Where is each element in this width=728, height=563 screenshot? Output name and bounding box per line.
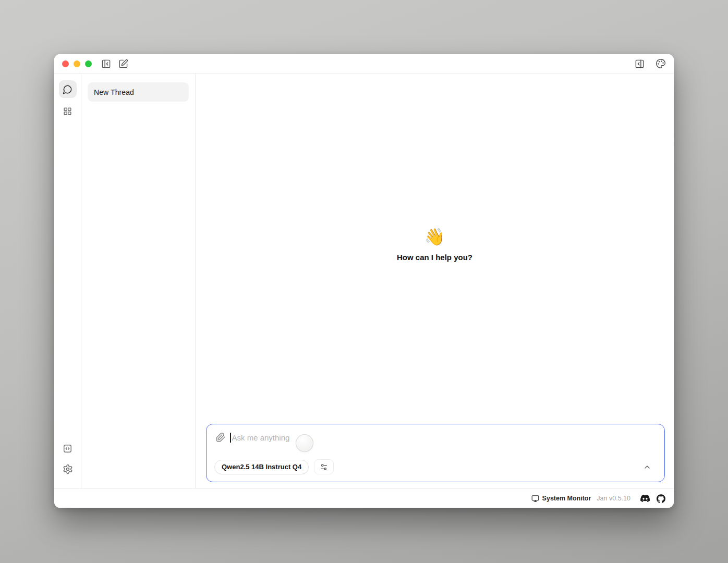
model-settings-button[interactable] [314,459,334,474]
github-icon[interactable] [657,494,665,503]
monitor-icon [531,495,539,503]
window-body: New Thread 👋 How can I help you? [54,74,674,488]
titlebar-left-actions [101,59,128,69]
system-monitor-toggle[interactable]: System Monitor [531,495,591,503]
text-caret [230,433,231,443]
discord-icon[interactable] [640,495,650,502]
traffic-lights [62,60,92,67]
status-bar: System Monitor Jan v0.5.10 [54,488,674,508]
app-version-label: Jan v0.5.10 [597,495,630,502]
app-window: New Thread 👋 How can I help you? [54,54,674,508]
social-links [640,494,665,503]
code-square-icon [63,444,72,454]
sidebar-item-hub[interactable] [59,102,77,120]
desktop-background: { "app": { "name": "Jan" }, "colors": { … [0,0,728,563]
greeting-text: How can I help you? [196,253,674,262]
thread-list-panel: New Thread [81,74,196,488]
composer-toolbar: Qwen2.5 14B Instruct Q4 [214,459,656,474]
model-selector-button[interactable]: Qwen2.5 14B Instruct Q4 [214,460,309,474]
theme-palette-icon[interactable] [656,58,666,69]
grid-icon [63,106,72,116]
left-rail [54,74,81,488]
empty-state-greeting: 👋 How can I help you? [196,228,674,262]
gear-icon [63,464,73,474]
thread-list-item[interactable]: New Thread [88,82,189,102]
sidebar-item-local-api-server[interactable] [59,439,77,457]
paperclip-icon[interactable] [215,432,226,443]
panel-left-close-icon[interactable] [101,59,111,69]
panel-right-open-icon[interactable] [635,59,645,69]
close-window-button[interactable] [62,60,69,67]
sliders-icon [320,463,328,471]
new-thread-icon[interactable] [118,59,128,69]
sidebar-item-settings[interactable] [59,460,77,478]
minimize-window-button[interactable] [74,60,80,67]
zoom-window-button[interactable] [85,60,92,67]
titlebar-right-actions [635,58,666,69]
system-monitor-label: System Monitor [542,495,591,502]
message-composer[interactable]: Qwen2.5 14B Instruct Q4 [206,424,665,482]
title-bar [54,54,674,74]
chat-bubble-icon [63,84,72,94]
waving-hand-emoji: 👋 [196,228,674,245]
sidebar-item-threads[interactable] [59,80,77,98]
chevron-up-icon[interactable] [643,463,651,471]
thread-title: New Thread [94,88,134,96]
model-selector-label: Qwen2.5 14B Instruct Q4 [222,463,301,471]
cursor-highlight-circle [296,434,313,452]
chat-main-area: 👋 How can I help you? Qwe [196,74,674,488]
